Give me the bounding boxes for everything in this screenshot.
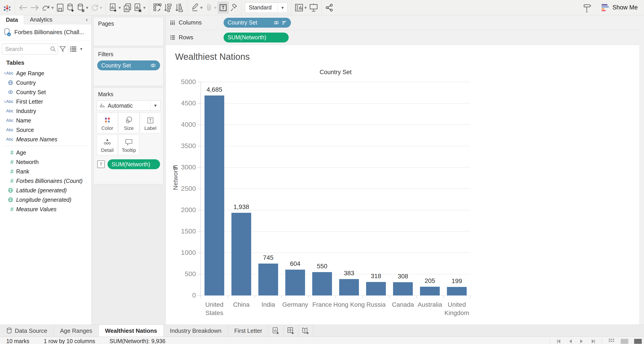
field-country-set[interactable]: Country Set <box>0 87 91 97</box>
show-mark-labels-button[interactable] <box>218 2 228 14</box>
filter-pill-country-set[interactable]: Country Set <box>97 61 160 70</box>
bar-germany[interactable] <box>285 270 305 295</box>
field-name[interactable]: AbcName <box>0 116 91 125</box>
clear-sheet-button[interactable] <box>133 2 143 14</box>
color-button[interactable]: Color <box>97 113 118 133</box>
bar-united-states[interactable] <box>204 96 224 295</box>
new-worksheet-caret[interactable]: ▾ <box>118 5 121 10</box>
swap-rows-columns-button[interactable] <box>152 2 163 14</box>
filter-fields-button[interactable] <box>58 44 67 54</box>
share-button[interactable] <box>324 2 335 14</box>
tab-data[interactable]: Data <box>0 15 24 24</box>
field-networth[interactable]: #Networth <box>0 157 91 167</box>
show-me-button[interactable]: Show Me <box>601 4 638 12</box>
show-hide-cards-button[interactable] <box>294 2 304 14</box>
tableau-logo-icon[interactable] <box>2 2 12 14</box>
tooltip-signpost-button[interactable] <box>582 2 592 14</box>
field-industry[interactable]: AbcIndustry <box>0 106 91 116</box>
field-age-range[interactable]: =AbcAge Range <box>0 69 91 78</box>
bar-united-kingdom[interactable] <box>447 287 467 295</box>
replay-button[interactable] <box>41 2 52 14</box>
marks-pill-sum-networth[interactable]: SUM(Networth) <box>108 159 160 169</box>
search-input[interactable] <box>2 44 58 54</box>
sort-ascending-button[interactable] <box>163 2 174 14</box>
field-forbes-billionaires-count[interactable]: #Forbes Billionaires (Count) <box>0 176 91 186</box>
run-updates-caret[interactable]: ▾ <box>100 5 102 10</box>
fit-selector-caret[interactable]: ▾ <box>278 3 287 13</box>
last-sheet-button[interactable] <box>590 338 596 344</box>
field-latitude-generated[interactable]: Latitude (generated) <box>0 186 91 195</box>
first-sheet-button[interactable] <box>556 338 562 344</box>
fix-axes-button[interactable] <box>228 2 239 14</box>
new-dashboard-button[interactable] <box>284 325 298 336</box>
collapse-pane-button[interactable]: ‹ <box>82 15 91 24</box>
x-axis-tick <box>282 295 282 298</box>
duplicate-sheet-button[interactable] <box>122 2 133 14</box>
field-measure-values[interactable]: #Measure Values <box>0 204 91 214</box>
highlight-caret[interactable]: ▾ <box>200 5 202 10</box>
presentation-mode-button[interactable] <box>308 2 319 14</box>
group-members-caret[interactable]: ▾ <box>214 5 216 10</box>
tabs-view-button[interactable] <box>634 339 642 344</box>
sheet-tab-first-letter[interactable]: First Letter <box>228 325 269 336</box>
highlight-button[interactable] <box>190 2 200 14</box>
sheet-tab-data-source[interactable]: Data Source <box>0 325 54 336</box>
new-worksheet-button[interactable] <box>108 2 118 14</box>
redo-button[interactable] <box>29 2 41 14</box>
view-options-caret[interactable]: ▾ <box>78 44 84 54</box>
bar-canada[interactable] <box>393 282 413 295</box>
field-age[interactable]: #Age <box>0 148 91 157</box>
bar-france[interactable] <box>312 272 332 296</box>
fit-selector[interactable]: Standard ▾ <box>245 3 288 13</box>
save-button[interactable] <box>55 2 65 14</box>
view-options-button[interactable] <box>68 44 78 54</box>
search-box <box>2 44 58 54</box>
bar-india[interactable] <box>258 263 278 295</box>
bar-hong-kong[interactable] <box>339 279 359 295</box>
columns-pill-country-set[interactable]: Country Set <box>224 18 291 28</box>
bar-australia[interactable] <box>420 287 440 295</box>
field-measure-names[interactable]: AbcMeasure Names <box>0 135 91 144</box>
field-first-letter[interactable]: =AbcFirst Letter <box>0 97 91 106</box>
data-source-item[interactable]: Forbes Billionaires (Chall... <box>0 24 91 41</box>
field-longitude-generated[interactable]: Longitude (generated) <box>0 195 91 204</box>
pause-auto-updates-button[interactable] <box>76 2 86 14</box>
tooltip-button[interactable]: Tooltip <box>118 135 140 155</box>
sheet-tab-age-ranges[interactable]: Age Ranges <box>54 325 99 336</box>
bar-russia[interactable] <box>366 282 386 295</box>
sheet-tab-industry-breakdown[interactable]: Industry Breakdown <box>164 325 228 336</box>
next-sheet-button[interactable] <box>579 338 584 344</box>
bar-china[interactable] <box>232 213 251 295</box>
replay-dropdown-caret[interactable]: ▾ <box>52 5 54 10</box>
new-data-source-button[interactable] <box>65 2 76 14</box>
new-worksheet-tab-button[interactable] <box>269 325 284 336</box>
run-auto-updates-button[interactable] <box>90 2 100 14</box>
sheet-sorter-button[interactable] <box>608 338 615 344</box>
field-country[interactable]: Country <box>0 78 91 87</box>
label-button[interactable]: Label <box>140 113 161 133</box>
main-toolbar: ▾ ▾ ▾ ▾ ▾ <box>0 0 644 15</box>
show-hide-cards-caret[interactable]: ▾ <box>304 5 306 10</box>
size-button[interactable]: Size <box>118 113 140 133</box>
field-label: Country Set <box>16 89 46 96</box>
field-rank[interactable]: #Rank <box>0 167 91 176</box>
sort-descending-button[interactable] <box>174 2 185 14</box>
mark-type-caret[interactable]: ▼ <box>150 101 160 111</box>
group-members-button[interactable] <box>204 2 214 14</box>
tab-analytics[interactable]: Analytics <box>24 15 58 24</box>
database-icon <box>4 28 11 37</box>
field-source[interactable]: AbcSource <box>0 125 91 135</box>
pause-updates-caret[interactable]: ▾ <box>86 5 88 10</box>
column-field-header: Country Set <box>201 69 470 76</box>
filmstrip-view-button[interactable] <box>621 339 628 344</box>
new-story-button[interactable] <box>298 325 313 336</box>
sheet-tab-wealthiest-nations[interactable]: Wealthiest Nations <box>99 325 164 336</box>
clear-sheet-caret[interactable]: ▾ <box>143 5 146 10</box>
detail-button[interactable]: Detail <box>97 135 118 155</box>
previous-sheet-button[interactable] <box>568 338 573 344</box>
rows-pill-sum-networth[interactable]: SUM(Networth) <box>224 33 289 43</box>
globe-field-icon <box>0 197 16 203</box>
undo-button[interactable] <box>17 2 29 14</box>
field-label: Longitude (generated) <box>16 197 72 203</box>
mark-type-dropdown[interactable]: Automatic ▼ <box>97 100 160 111</box>
